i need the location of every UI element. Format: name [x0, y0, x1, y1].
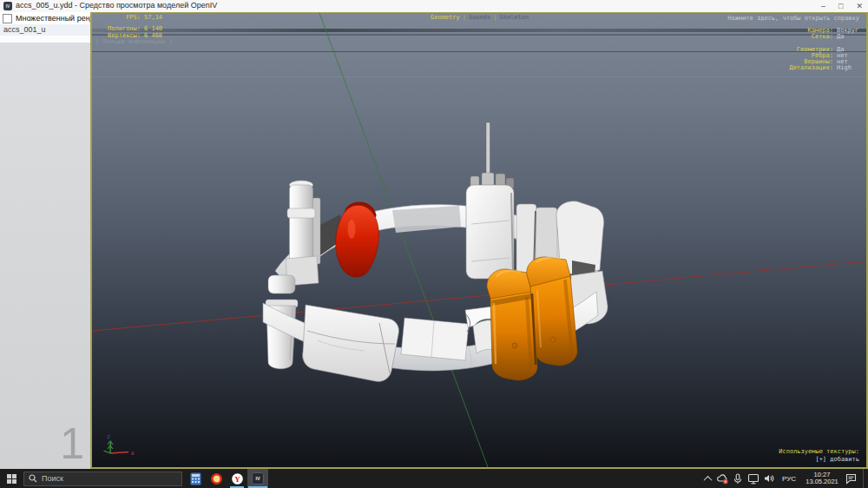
tray-display-icon[interactable]: [747, 469, 760, 488]
radio-with-antenna: [466, 122, 514, 279]
tab-geometry[interactable]: Geometry: [431, 14, 460, 21]
yandex-browser-icon: Y: [231, 472, 244, 485]
belt-3d-model[interactable]: [263, 122, 608, 381]
setting-detail[interactable]: Детализация:High: [776, 64, 859, 71]
maximize-button[interactable]: □: [838, 0, 843, 12]
orange-magazine-pouch: [487, 257, 577, 380]
axis-z-label: z: [107, 433, 110, 440]
taskbar-app-openiv[interactable]: IV: [247, 469, 268, 488]
tray-expand-chevron-icon[interactable]: [704, 475, 713, 484]
setting-grid[interactable]: Сетка:Да: [776, 33, 859, 40]
viewer-tabs: Geometry|Sounds|Skeleton: [431, 14, 529, 21]
model-list-panel: Множественный рендер accs_001_u 1: [0, 12, 92, 469]
minimize-button[interactable]: –: [821, 0, 825, 12]
language-indicator[interactable]: РУС: [782, 475, 796, 483]
screen: IV accs_005_u.ydd - Средство просмотра м…: [0, 0, 868, 488]
svg-text:IV: IV: [255, 476, 260, 481]
tray-microphone-icon[interactable]: [732, 469, 745, 488]
calculator-icon: [190, 472, 201, 485]
multi-render-label: Множественный рендер: [16, 14, 90, 23]
axis-gizmo: x z: [104, 433, 135, 457]
axis-x-label: x: [131, 450, 135, 457]
window-titlebar: IV accs_005_u.ydd - Средство просмотра м…: [0, 0, 868, 12]
hud-fps: FPS:57,14: [108, 14, 162, 21]
system-tray: РУС 10:27 13.05.2021: [702, 469, 868, 488]
model-list-item-accs-001-u[interactable]: accs_001_u: [0, 24, 90, 36]
clock-date: 13.05.2021: [802, 478, 842, 485]
tab-skeleton[interactable]: Skeleton: [499, 14, 529, 21]
openiv-window-icon: IV: [3, 2, 12, 10]
taskbar-app-yandex-browser[interactable]: Y: [227, 469, 247, 488]
show-desktop-button[interactable]: [863, 469, 867, 488]
tray-cloud-icon[interactable]: [716, 469, 729, 488]
tab-sounds[interactable]: Sounds: [469, 14, 490, 21]
window-title: accs_005_u.ydd - Средство просмотра моде…: [16, 1, 217, 10]
action-center-icon[interactable]: [845, 469, 858, 488]
textures-label: Используемые текстуры:: [779, 448, 859, 455]
close-button[interactable]: ✕: [856, 0, 863, 12]
svg-text:Y: Y: [234, 474, 240, 483]
page-indicator: 1: [60, 422, 84, 465]
taskbar: Поиск Y: [0, 469, 868, 488]
taskbar-app-red-ring[interactable]: [206, 469, 227, 488]
taskbar-app-calculator[interactable]: [185, 469, 206, 488]
help-hint[interactable]: Нажмите здесь, чтобы открыть справку: [727, 15, 859, 22]
3d-scene: x z: [92, 13, 866, 467]
red-pouch: [336, 204, 379, 277]
search-placeholder: Поиск: [42, 474, 63, 483]
multi-render-row: Множественный рендер: [0, 12, 90, 24]
taskbar-clock[interactable]: 10:27 13.05.2021: [802, 472, 842, 485]
windows-logo-icon: [7, 474, 16, 484]
baton-holder: [286, 181, 320, 286]
model-list-empty-row: [0, 36, 90, 43]
red-ring-app-icon: [210, 472, 223, 485]
more-info-button[interactable]: [ Больше информации ]: [95, 38, 173, 45]
tray-volume-icon[interactable]: [763, 469, 776, 488]
openiv-icon: IV: [252, 472, 264, 485]
search-icon: [29, 474, 37, 483]
add-texture-button[interactable]: [+] добавить: [815, 456, 859, 463]
front-pouch: [303, 305, 399, 381]
3d-viewport[interactable]: x z FPS:57,14 Полигоны:6 140 Вертексы:6 …: [92, 12, 868, 469]
start-button[interactable]: [0, 469, 23, 488]
multi-render-checkbox[interactable]: [3, 14, 12, 23]
taskbar-search[interactable]: Поиск: [23, 472, 182, 486]
